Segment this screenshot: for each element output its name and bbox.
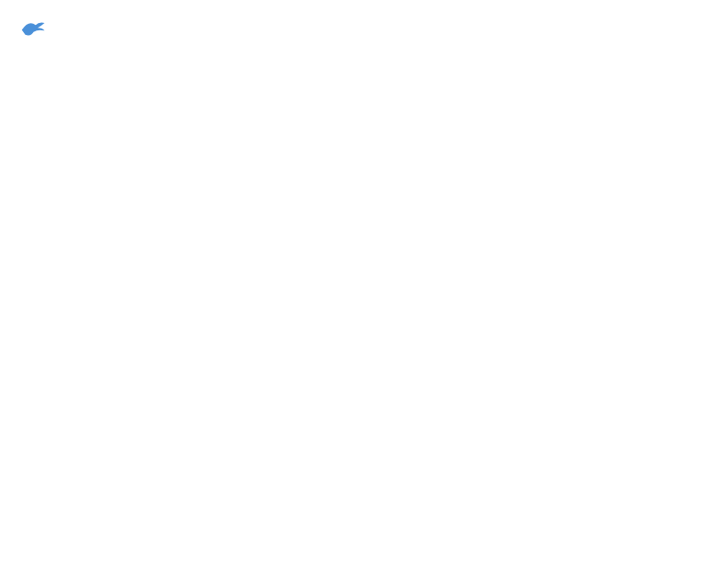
page-header bbox=[18, 18, 710, 41]
logo bbox=[18, 18, 50, 41]
logo-icon bbox=[18, 18, 46, 41]
